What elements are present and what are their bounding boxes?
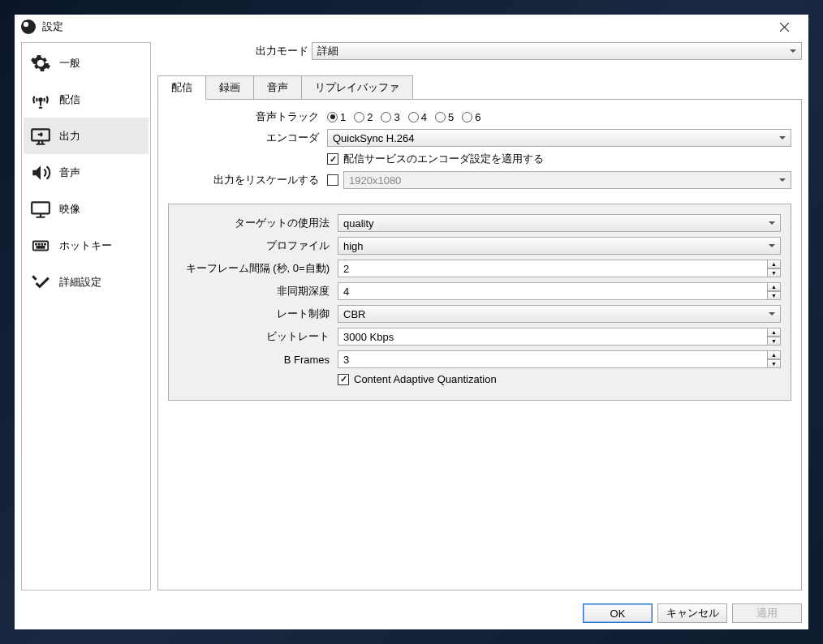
sidebar-item-video[interactable]: 映像 [24,191,149,227]
sidebar-item-output[interactable]: 出力 [24,118,149,154]
encoder-select[interactable]: QuickSync H.264 [327,129,791,147]
caq-label: Content Adaptive Quantization [354,373,497,385]
target-usage-select[interactable]: quality [338,214,781,232]
spin-up[interactable]: ▲ [768,350,781,359]
sidebar-item-label: 音声 [59,165,80,180]
spin-down[interactable]: ▼ [768,291,781,300]
footer-buttons: OK キャンセル 適用 [15,597,808,629]
close-icon [780,23,789,32]
svg-point-7 [39,243,40,244]
tab-stream[interactable]: 配信 [157,75,206,100]
spin-up[interactable]: ▲ [768,260,781,268]
bframes-label: B Frames [179,354,333,366]
gear-icon [30,53,51,74]
audio-track-2[interactable]: 2 [354,111,373,123]
rate-control-select[interactable]: CBR [338,305,781,323]
keyframe-label: キーフレーム間隔 (秒, 0=自動) [179,261,333,276]
rate-control-label: レート制御 [179,307,333,321]
audio-track-6[interactable]: 6 [462,111,480,123]
main-panel: 出力モード 詳細 配信 録画 音声 リプレイバッファ 音声トラック 1 2 3 … [151,42,802,590]
audio-track-3[interactable]: 3 [381,111,399,123]
monitor-icon [30,199,51,220]
broadcast-icon [30,89,51,110]
rescale-select: 1920x1080 [343,171,791,189]
spin-up[interactable]: ▲ [768,282,781,291]
radio-icon [462,112,472,122]
async-depth-label: 非同期深度 [179,284,333,298]
radio-icon [327,112,338,122]
tab-audio[interactable]: 音声 [253,75,302,100]
sidebar-item-hotkeys[interactable]: ホットキー [24,227,149,264]
sidebar-item-audio[interactable]: 音声 [24,154,149,191]
tabs: 配信 録画 音声 リプレイバッファ [157,75,802,100]
output-mode-select[interactable]: 詳細 [312,42,802,60]
close-button[interactable] [766,15,802,39]
sidebar-item-label: 映像 [59,202,80,217]
ok-button[interactable]: OK [583,603,653,623]
target-usage-label: ターゲットの使用法 [179,216,333,230]
sidebar-item-stream[interactable]: 配信 [24,81,149,118]
audio-track-label: 音声トラック [168,109,322,124]
apply-service-settings-checkbox[interactable] [327,153,338,165]
cancel-button[interactable]: キャンセル [657,603,727,623]
encoder-label: エンコーダ [168,131,322,145]
audio-track-1[interactable]: 1 [327,111,346,123]
sidebar-item-label: 一般 [59,56,80,71]
sidebar-item-advanced[interactable]: 詳細設定 [24,264,149,300]
radio-icon [408,112,419,122]
speaker-icon [30,162,51,183]
tools-icon [30,272,51,293]
svg-rect-10 [37,246,44,247]
audio-track-radios: 1 2 3 4 5 6 [327,111,480,123]
sidebar-item-label: 出力 [59,129,80,144]
settings-window: 設定 一般 配信 出力 音声 映像 [15,15,808,629]
audio-track-4[interactable]: 4 [408,111,427,123]
radio-icon [381,112,391,122]
output-icon [30,126,51,147]
caq-checkbox[interactable] [338,374,349,385]
window-title: 設定 [42,19,63,34]
apply-service-settings-label: 配信サービスのエンコーダ設定を適用する [343,152,544,166]
spin-down[interactable]: ▼ [768,337,781,346]
async-depth-input[interactable]: 4▲▼ [338,282,781,300]
svg-rect-4 [32,202,50,213]
sidebar-item-label: 詳細設定 [59,275,101,290]
spin-down[interactable]: ▼ [768,268,781,277]
keyframe-input[interactable]: 2▲▼ [338,260,781,277]
app-icon [21,19,36,34]
keyboard-icon [30,235,51,256]
bitrate-input[interactable]: 3000 Kbps▲▼ [338,328,781,346]
spin-down[interactable]: ▼ [768,359,781,368]
svg-point-8 [41,243,42,244]
profile-label: プロファイル [179,238,333,253]
svg-point-9 [45,243,45,244]
radio-icon [435,112,446,122]
sidebar: 一般 配信 出力 音声 映像 ホットキー [21,42,151,590]
rescale-checkbox[interactable] [327,174,338,186]
apply-button: 適用 [732,603,802,623]
tab-recording[interactable]: 録画 [205,75,254,100]
tab-panel-stream: 音声トラック 1 2 3 4 5 6 エンコーダ QuickSync H.264 [157,99,802,590]
rescale-label: 出力をリスケールする [168,173,322,187]
spin-up[interactable]: ▲ [768,328,781,337]
audio-track-5[interactable]: 5 [435,111,454,123]
radio-icon [354,112,364,122]
svg-point-6 [36,243,37,244]
titlebar: 設定 [15,15,808,39]
sidebar-item-general[interactable]: 一般 [24,45,149,81]
encoder-settings-group: ターゲットの使用法 quality プロファイル high キーフレーム間隔 (… [168,204,791,401]
profile-select[interactable]: high [338,237,781,255]
sidebar-item-label: 配信 [59,92,80,107]
output-mode-label: 出力モード [239,44,312,58]
tab-replay-buffer[interactable]: リプレイバッファ [301,75,413,100]
bitrate-label: ビットレート [179,329,333,344]
bframes-input[interactable]: 3▲▼ [338,350,781,368]
sidebar-item-label: ホットキー [59,238,112,253]
